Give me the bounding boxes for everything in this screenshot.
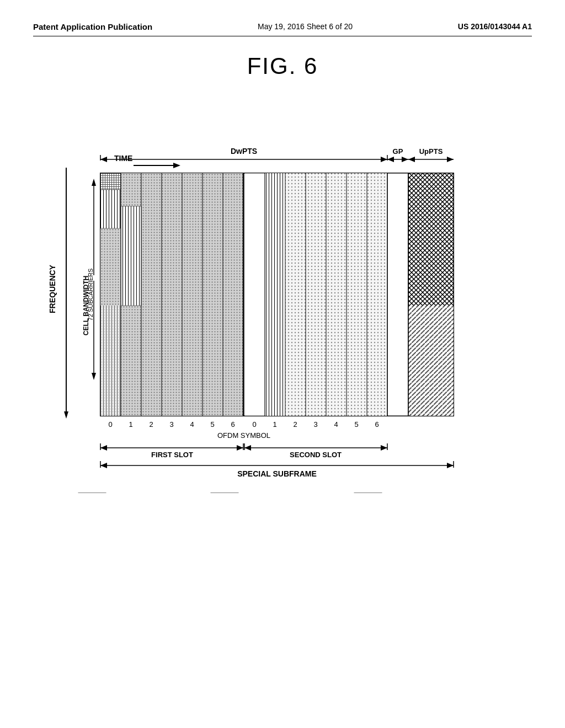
freq-arrow-head — [64, 411, 68, 419]
sym-num-4: 4 — [190, 420, 194, 429]
col0-bottom-overlay — [100, 306, 121, 416]
second-slot-arrow-left — [244, 445, 251, 451]
sym-num-s4: 4 — [334, 420, 338, 429]
sym-num-2: 2 — [149, 420, 153, 429]
sym-num-s0: 0 — [252, 420, 256, 429]
col1-phich — [121, 206, 141, 306]
header-date-sheet: May 19, 2016 Sheet 6 of 20 — [258, 22, 353, 31]
diagram-container: FREQUENCY TIME CELL BANDWIDTH 72 SUBCARR… — [33, 96, 532, 493]
dwpts-arrow-left — [100, 157, 107, 162]
second-col1-phich — [265, 173, 285, 416]
gp-arrow-left — [387, 157, 394, 162]
time-axis-label: TIME — [114, 154, 132, 163]
sym-num-1: 1 — [129, 420, 132, 429]
second-slot-label: SECOND SLOT — [290, 451, 342, 459]
second-col0-white — [244, 173, 265, 416]
gp-arrow-right — [402, 157, 408, 162]
uppts-arrow-right — [447, 157, 454, 162]
header-patent-number: US 2016/0143044 A1 — [458, 22, 532, 31]
header-publication: Patent Application Publication — [33, 22, 152, 31]
first-slot-arrow-left — [100, 445, 107, 451]
dwpts-arrow-right — [381, 157, 387, 162]
sym-num-s3: 3 — [313, 420, 317, 429]
subcarriers-label: 72 SUBCARRIERS — [87, 269, 94, 321]
special-sf-label: SPECIAL SUBFRAME — [237, 469, 317, 478]
bw-arrow-up — [92, 179, 96, 186]
sym-num-6: 6 — [231, 420, 234, 429]
sym-num-3: 3 — [169, 420, 173, 429]
time-arrow-head — [173, 163, 180, 168]
sym-num-s1: 1 — [273, 420, 276, 429]
gp-region — [387, 173, 408, 416]
uppts-label: UpPTS — [419, 147, 443, 156]
special-sf-arrow-right — [447, 463, 454, 468]
figure-title: FIG. 6 — [33, 53, 532, 79]
sym-num-5: 5 — [210, 420, 214, 429]
sym-num-0: 0 — [108, 420, 112, 429]
sym-num-s2: 2 — [293, 420, 297, 429]
uppts-sync-lower — [408, 306, 454, 416]
first-slot-arrow-right — [237, 445, 243, 451]
special-sf-arrow-left — [100, 463, 107, 468]
gp-label: GP — [393, 147, 403, 156]
first-slot-label: FIRST SLOT — [151, 451, 193, 459]
ofdm-symbol-label: OFDM SYMBOL — [217, 431, 270, 440]
uppts-arrow-left — [408, 157, 415, 162]
page: Patent Application Publication May 19, 2… — [0, 0, 565, 728]
bw-arrow-down — [92, 373, 96, 380]
sym-num-s5: 5 — [354, 420, 358, 429]
sym-num-s6: 6 — [375, 420, 379, 429]
dwpts-label: DwPTS — [231, 147, 257, 156]
main-diagram: FREQUENCY TIME CELL BANDWIDTH 72 SUBCARR… — [45, 96, 520, 493]
header: Patent Application Publication May 19, 2… — [33, 22, 532, 36]
freq-axis-label: FREQUENCY — [48, 264, 57, 313]
pcfich-col0 — [100, 173, 121, 190]
second-slot-arrow-right — [381, 445, 387, 451]
